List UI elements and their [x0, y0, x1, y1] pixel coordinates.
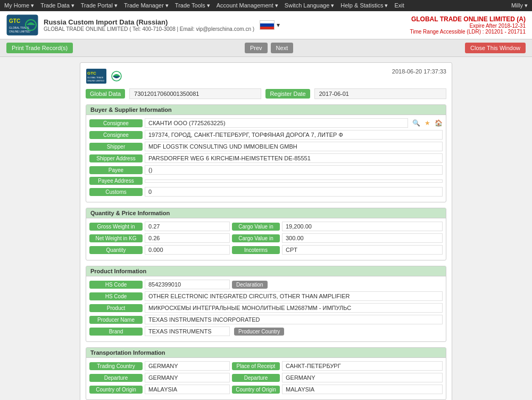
timerange-label: Time Range Accessible (LDR) : 201201 - 2…	[410, 29, 526, 35]
transport-row-3: Country of Origin MALAYSIA Country of Or…	[89, 385, 443, 394]
shipper-address-label: Shipper Address	[89, 154, 143, 162]
product-value: МИКРОСХЕМЫ ИНТЕГРАЛЬНЫЕ МОНОЛИТНЫЕ LM268…	[145, 303, 443, 313]
quantity-value: 0.000	[145, 245, 230, 255]
declaration-button[interactable]: Declaration	[232, 281, 268, 289]
global-data-label: Global Data	[86, 89, 125, 99]
svg-text:ONLINE LIMITED: ONLINE LIMITED	[9, 30, 30, 33]
record-logo-svg: GTC GLOBAL TRADE ONLINE LIMITED	[86, 68, 128, 84]
cargo-value1-value: 19,200.00	[282, 222, 443, 231]
buyer-supplier-section: Buyer & Supplier Information Consignee С…	[86, 104, 446, 202]
nav-exit[interactable]: Exit	[394, 2, 404, 9]
producer-country-button[interactable]: Producer Country	[234, 328, 284, 336]
qp-row-3: Quantity 0.000 Incoterms CPT	[89, 245, 443, 255]
transportation-body: Trading Country GERMANY Place of Receipt…	[86, 358, 446, 399]
svg-text:ONLINE LIMITED: ONLINE LIMITED	[87, 79, 104, 82]
quantity-price-title: Quantity & Price Information	[86, 208, 446, 218]
quantity-label: Quantity	[89, 246, 143, 254]
customs-label: Customs	[89, 188, 143, 196]
field-row-payee-address: Payee Address	[89, 177, 443, 185]
home-icon[interactable]: 🏠	[435, 119, 443, 127]
field-row-consignee1: Consignee СКАНТИ ООО (7725263225) 🔍 ★ 🏠	[89, 118, 443, 128]
gtc-logo-svg: GTC GLOBAL TRADE ONLINE LIMITED	[6, 14, 38, 36]
transport-row-2: Departure GERMANY Departure GERMANY	[89, 373, 443, 382]
russia-flag	[260, 20, 275, 30]
header-right: GLOBAL TRADE ONLINE LIMITED (A) Expire A…	[410, 15, 526, 35]
buyer-supplier-body: Consignee СКАНТИ ООО (7725263225) 🔍 ★ 🏠 …	[86, 115, 446, 202]
producer-name-label: Producer Name	[89, 316, 143, 324]
qp-row-1: Gross Weight in 0.27 Cargo Value in 19,2…	[89, 222, 443, 231]
product-title: Product Information	[86, 266, 446, 276]
header-title-block: Russia Custom Import Data (Russian) GLOB…	[44, 18, 254, 32]
cargo-value2-value: 300.00	[282, 233, 443, 243]
global-data-value: 73012017060001350081	[129, 88, 261, 99]
print-button-top[interactable]: Print Trade Record(s)	[6, 43, 73, 53]
page-header: GTC GLOBAL TRADE ONLINE LIMITED Russia C…	[0, 11, 532, 39]
payee-value: ()	[145, 165, 443, 175]
nav-accountmgmt[interactable]: Account Management ▾	[217, 2, 278, 9]
close-button-top[interactable]: Close This Window	[465, 43, 526, 53]
product-hs-row: HS Code 8542399010 Declaration	[89, 280, 443, 289]
field-row-shipper-address: Shipper Address PARSDORFER WEG 6 KIRCHEI…	[89, 153, 443, 163]
register-date-label: Register Date	[265, 89, 310, 99]
gross-weight-label: Gross Weight in	[89, 223, 143, 231]
cargo-value1-label: Cargo Value in	[232, 223, 280, 231]
product-label: Product	[89, 304, 143, 312]
svg-text:GTC: GTC	[9, 18, 20, 24]
field-row-customs: Customs 0	[89, 187, 443, 197]
transportation-section: Transportation Information Trading Count…	[86, 347, 446, 400]
net-weight-label: Net Weight in KG	[89, 234, 143, 242]
producer-name-value: TEXAS INSTRUMENTS INCORPORATED	[145, 315, 443, 324]
hs-code2-label: HS Code	[89, 292, 143, 300]
shipper-address-value: PARSDORFER WEG 6 KIRCHEIM-HEIMSTETTEN DE…	[145, 153, 443, 163]
consignee2-label: Consignee	[89, 131, 143, 139]
nav-myhome[interactable]: My Home ▾	[4, 2, 34, 9]
nav-helpstats[interactable]: Help & Statistics ▾	[340, 2, 388, 9]
buyer-supplier-title: Buyer & Supplier Information	[86, 105, 446, 115]
hs-code1-value: 8542399010	[145, 280, 230, 289]
field-row-shipper: Shipper MDF LOGSTIK CONSULTING UND IMMOB…	[89, 142, 443, 151]
departure1-label: Departure	[89, 374, 143, 382]
nav-tradeportal[interactable]: Trade Portal ▾	[81, 2, 118, 9]
record-card: GTC GLOBAL TRADE ONLINE LIMITED 2018-06-…	[80, 62, 452, 400]
page-title: Russia Custom Import Data (Russian)	[44, 18, 254, 26]
gross-weight-value: 0.27	[145, 222, 230, 231]
consignee1-value: СКАНТИ ООО (7725263225)	[145, 118, 408, 128]
prev-button-top[interactable]: Prev	[245, 43, 268, 53]
customs-value: 0	[145, 187, 443, 197]
svg-text:GTC: GTC	[87, 71, 96, 76]
nav-tradedata[interactable]: Trade Data ▾	[40, 2, 74, 9]
incoterms-value: CPT	[282, 245, 443, 255]
consignee2-value: 197374, ГОРОД, САНКТ-ПЕТЕРБУРГ, ТОРФЯНАЯ…	[145, 130, 443, 140]
record-header: GTC GLOBAL TRADE ONLINE LIMITED 2018-06-…	[86, 68, 446, 84]
departure1-value: GERMANY	[145, 373, 230, 382]
svg-text:GLOBAL TRADE: GLOBAL TRADE	[87, 76, 104, 79]
brand-label: GLOBAL TRADE ONLINE LIMITED (A)	[410, 15, 526, 23]
star-icon[interactable]: ★	[425, 119, 430, 127]
hs-code2-value: OTHER ELECTRONIC INTEGRATED CIRCUITS, OT…	[145, 291, 443, 301]
brand-row: Brand TEXAS INSTRUMENTS Producer Country	[89, 326, 443, 336]
trading-country-value: GERMANY	[145, 361, 230, 371]
expire-label: Expire After 2018-12-31	[410, 23, 526, 29]
nav-trademanager[interactable]: Trade Manager ▾	[124, 2, 169, 9]
register-date-value: 2017-06-01	[314, 88, 446, 99]
product-hs-desc-row: HS Code OTHER ELECTRONIC INTEGRATED CIRC…	[89, 291, 443, 301]
flag-arrow: ▾	[277, 21, 280, 29]
flag-box: ▾	[260, 20, 280, 30]
net-weight-value: 0.26	[145, 233, 230, 243]
country-origin1-label: Country of Origin	[89, 386, 143, 394]
toolbar-top: Print Trade Record(s) Prev Next Close Th…	[0, 39, 532, 57]
search-icon[interactable]: 🔍	[412, 119, 420, 127]
departure2-label: Departure	[232, 374, 280, 382]
main-content: GTC GLOBAL TRADE ONLINE LIMITED 2018-06-…	[0, 57, 532, 400]
field-row-consignee2: Consignee 197374, ГОРОД, САНКТ-ПЕТЕРБУРГ…	[89, 130, 443, 140]
shipper-value: MDF LOGSTIK CONSULTING UND IMMOBILIEN GM…	[145, 142, 443, 151]
country-origin2-value: MALAYSIA	[282, 385, 443, 394]
nav-tradetools[interactable]: Trade Tools ▾	[175, 2, 210, 9]
consignee1-label: Consignee	[89, 119, 143, 127]
next-button-top[interactable]: Next	[271, 43, 294, 53]
nav-user: Milly ▾	[511, 2, 528, 9]
shipper-label: Shipper	[89, 143, 143, 151]
global-data-row: Global Data 73012017060001350081 Registe…	[86, 88, 446, 99]
record-logo: GTC GLOBAL TRADE ONLINE LIMITED	[86, 68, 128, 84]
nav-switchlang[interactable]: Switch Language ▾	[285, 2, 334, 9]
